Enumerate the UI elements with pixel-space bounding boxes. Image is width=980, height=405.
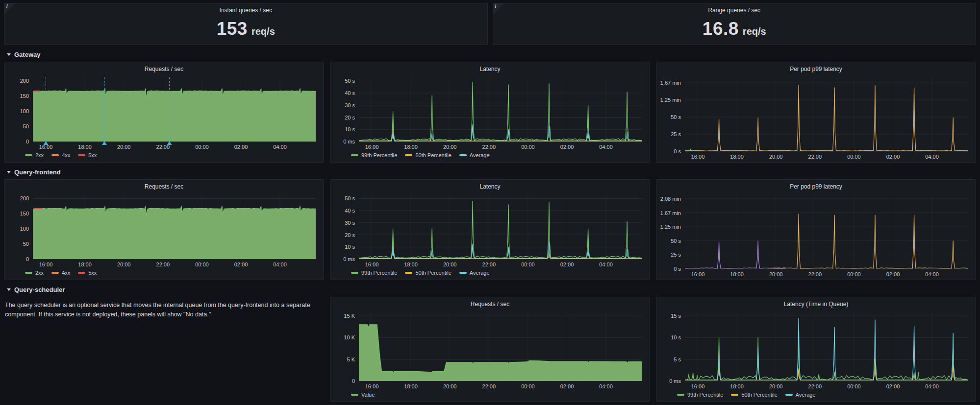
x-tick-label: 20:00 bbox=[117, 262, 131, 267]
section-header-query-frontend[interactable]: Query-frontend bbox=[4, 167, 976, 177]
series-line-Average bbox=[685, 318, 968, 380]
x-tick-label: 02:00 bbox=[560, 383, 574, 389]
legend-item-average[interactable]: Average bbox=[459, 152, 490, 158]
panel-title[interactable]: Per pod p99 latency bbox=[660, 65, 972, 73]
series-area-2xx bbox=[33, 206, 316, 259]
legend-item-value[interactable]: Value bbox=[351, 392, 375, 398]
chart-qf-latency[interactable]: 0 ms10 s20 s30 s40 s50 s16:0018:0020:002… bbox=[334, 191, 646, 268]
y-tick-label: 40 s bbox=[345, 208, 355, 214]
panel-title-instant-queries[interactable]: Instant queries / sec bbox=[8, 6, 483, 15]
panel-title-range-queries[interactable]: Range queries / sec bbox=[497, 6, 972, 15]
stat-value-area: 153 req/s bbox=[8, 15, 483, 43]
panel-title[interactable]: Latency bbox=[334, 182, 646, 191]
legend-item-5xx[interactable]: 5xx bbox=[78, 152, 97, 158]
x-tick-label: 04:00 bbox=[925, 383, 939, 389]
series-line-50th Percentile bbox=[685, 360, 968, 380]
y-tick-label: 0 bbox=[26, 139, 29, 144]
chart-legend: 2xx4xx5xx bbox=[8, 150, 320, 160]
panel-title[interactable]: Per pod p99 latency bbox=[660, 182, 972, 191]
legend-item-50th-percentile[interactable]: 50th Percentile bbox=[405, 152, 451, 158]
panel-title[interactable]: Requests / sec bbox=[334, 300, 646, 309]
x-tick-label: 04:00 bbox=[599, 144, 613, 150]
legend-label: 99th Percentile bbox=[687, 392, 723, 398]
legend-label: 5xx bbox=[88, 152, 97, 158]
y-tick-label: 0 s bbox=[674, 148, 681, 154]
legend-swatch bbox=[405, 272, 412, 274]
x-tick-label: 18:00 bbox=[404, 144, 418, 150]
chart-gateway-latency[interactable]: 0 ms10 s20 s30 s40 s50 s16:0018:0020:002… bbox=[334, 73, 646, 150]
legend-item-50th-percentile[interactable]: 50th Percentile bbox=[405, 270, 451, 276]
legend-item-99th-percentile[interactable]: 99th Percentile bbox=[351, 152, 397, 158]
y-tick-label: 20 s bbox=[345, 115, 355, 120]
panel-info-icon[interactable]: i bbox=[4, 3, 15, 14]
grafana-dashboard: i Instant queries / sec 153 req/s i Rang… bbox=[0, 0, 980, 405]
x-tick-label: 00:00 bbox=[195, 144, 209, 150]
stat-value-area: 16.8 req/s bbox=[497, 15, 972, 43]
panel-title[interactable]: Requests / sec bbox=[8, 65, 320, 73]
legend-item-4xx[interactable]: 4xx bbox=[51, 152, 70, 158]
panel-info-icon[interactable]: i bbox=[493, 3, 504, 14]
chart-qf-perpod-latency[interactable]: 0 s25 s50 s1.25 min1.67 min2.08 min16:00… bbox=[660, 191, 972, 278]
y-tick-label: 25 s bbox=[671, 252, 681, 258]
x-tick-label: 04:00 bbox=[273, 262, 287, 267]
legend-label: 4xx bbox=[62, 152, 70, 158]
x-tick-label: 20:00 bbox=[769, 271, 783, 277]
panel-qs-latency: Latency (Time in Queue) 0 ms5 s10 s15 s1… bbox=[656, 297, 976, 402]
chart-qs-requests[interactable]: 05 K10 K15 K16:0018:0020:0022:0000:0002:… bbox=[334, 309, 646, 390]
chart-qs-latency[interactable]: 0 ms5 s10 s15 s16:0018:0020:0022:0000:00… bbox=[660, 309, 972, 390]
legend-item-average[interactable]: Average bbox=[459, 270, 490, 276]
series-line-pod-new bbox=[768, 214, 968, 268]
legend-label: Average bbox=[470, 152, 490, 158]
panel-title[interactable]: Latency bbox=[334, 65, 646, 73]
x-tick-label: 22:00 bbox=[808, 383, 822, 389]
x-tick-label: 04:00 bbox=[599, 383, 613, 389]
panel-qf-perpod-latency: Per pod p99 latency 0 s25 s50 s1.25 min1… bbox=[656, 179, 976, 280]
y-tick-label: 10 s bbox=[671, 334, 681, 340]
legend-item-average[interactable]: Average bbox=[785, 392, 816, 398]
x-tick-label: 02:00 bbox=[560, 144, 574, 150]
panel-title[interactable]: Latency (Time in Queue) bbox=[660, 300, 972, 309]
y-tick-label: 30 s bbox=[345, 220, 355, 226]
x-tick-label: 04:00 bbox=[599, 262, 613, 267]
y-tick-label: 0 ms bbox=[669, 378, 681, 384]
chart-legend: 99th Percentile50th PercentileAverage bbox=[334, 268, 646, 278]
legend-label: 50th Percentile bbox=[415, 270, 451, 276]
y-tick-label: 50 s bbox=[671, 238, 681, 244]
x-tick-label: 22:00 bbox=[482, 144, 496, 150]
section-header-query-scheduler[interactable]: Query-scheduler bbox=[4, 284, 976, 295]
legend-swatch bbox=[351, 272, 358, 274]
legend-swatch bbox=[51, 272, 59, 274]
x-tick-label: 02:00 bbox=[886, 271, 900, 277]
y-tick-label: 1.67 min bbox=[660, 80, 681, 86]
legend-item-2xx[interactable]: 2xx bbox=[25, 270, 44, 276]
chart-qf-requests[interactable]: 05010015020016:0018:0020:0022:0000:0002:… bbox=[8, 191, 320, 268]
y-tick-label: 0 s bbox=[674, 266, 681, 272]
panel-title[interactable]: Requests / sec bbox=[8, 182, 320, 191]
legend-item-99th-percentile[interactable]: 99th Percentile bbox=[351, 270, 397, 276]
legend-item-2xx[interactable]: 2xx bbox=[25, 152, 44, 158]
x-tick-label: 18:00 bbox=[730, 383, 744, 389]
y-tick-label: 10 s bbox=[345, 126, 355, 132]
x-tick-label: 16:00 bbox=[365, 144, 379, 150]
series-line-99th Percentile bbox=[685, 337, 968, 380]
series-area-2xx bbox=[33, 89, 316, 142]
x-tick-label: 18:00 bbox=[78, 262, 92, 267]
x-tick-label: 18:00 bbox=[730, 271, 744, 277]
x-tick-label: 00:00 bbox=[521, 262, 535, 267]
query-scheduler-description: The query scheduler is an optional servi… bbox=[4, 297, 324, 402]
chart-gateway-requests[interactable]: 05010015020016:0018:0020:0022:0000:0002:… bbox=[8, 73, 320, 150]
x-tick-label: 00:00 bbox=[847, 271, 861, 277]
legend-item-5xx[interactable]: 5xx bbox=[78, 270, 97, 276]
legend-swatch bbox=[25, 154, 32, 156]
legend-item-99th-percentile[interactable]: 99th Percentile bbox=[677, 392, 723, 398]
legend-item-4xx[interactable]: 4xx bbox=[51, 270, 70, 276]
stats-row: i Instant queries / sec 153 req/s i Rang… bbox=[4, 3, 976, 45]
section-header-gateway[interactable]: Gateway bbox=[4, 49, 976, 60]
x-tick-label: 16:00 bbox=[691, 383, 705, 389]
stat-unit: req/s bbox=[743, 26, 766, 37]
chart-gateway-perpod-latency[interactable]: 0 s25 s50 s1.25 min1.67 min16:0018:0020:… bbox=[660, 73, 972, 160]
y-tick-label: 10 s bbox=[345, 244, 355, 250]
legend-item-50th-percentile[interactable]: 50th Percentile bbox=[731, 392, 777, 398]
section-label: Query-scheduler bbox=[14, 286, 65, 293]
chart-legend: 2xx4xx5xx bbox=[8, 268, 320, 278]
